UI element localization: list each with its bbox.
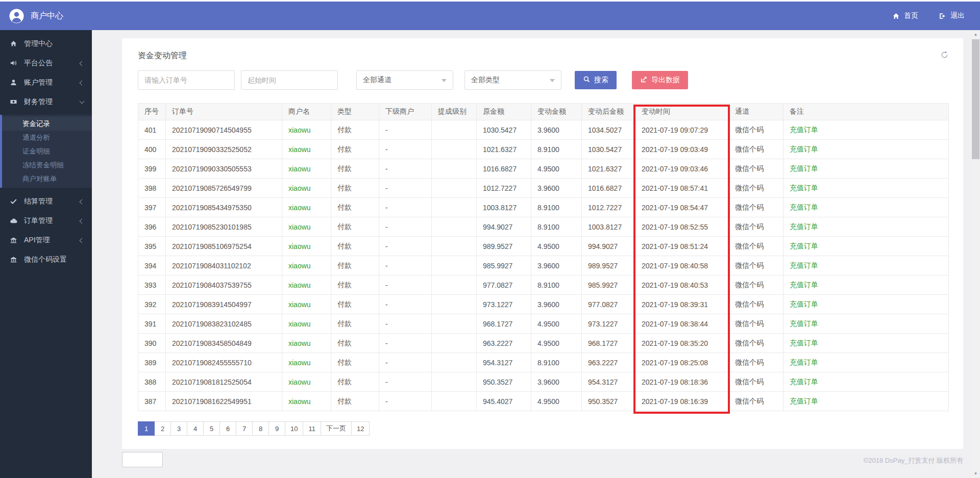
search-icon — [583, 76, 591, 85]
page-button-2[interactable]: 2 — [154, 421, 171, 436]
sidebar-subitem-channel-analysis[interactable]: 通道分析 — [2, 131, 92, 144]
cell-9: 2021-07-19 09:03:49 — [635, 140, 729, 159]
page-button-下一页[interactable]: 下一页 — [321, 421, 352, 436]
sidebar-item-api-management[interactable]: API管理 — [0, 231, 92, 250]
cell-8: 1003.8127 — [582, 217, 635, 237]
cell-1: 20210719083458504849 — [166, 334, 282, 353]
cell-5 — [432, 372, 477, 392]
search-button[interactable]: 搜索 — [575, 71, 617, 89]
page-button-6[interactable]: 6 — [219, 421, 236, 436]
sidebar-item-platform-announce[interactable]: 平台公告 — [0, 54, 92, 73]
cell-10: 微信个码 — [729, 295, 783, 314]
sidebar-submenu: 资金记录通道分析证金明细冻结资金明细商户对账单 — [0, 115, 92, 188]
cell-0: 396 — [138, 217, 166, 237]
table-row: 39820210719085726549799xiaowu付款-1012.722… — [138, 179, 949, 198]
cell-0: 390 — [138, 334, 166, 353]
cell-10: 微信个码 — [729, 353, 783, 372]
export-data-button[interactable]: 导出数据 — [632, 71, 688, 89]
below-card: ©2018 DsPay_打赏支付 版权所有 — [122, 452, 963, 467]
cell-4: - — [379, 198, 432, 217]
cell-1: 20210719085434975350 — [166, 198, 282, 217]
cell-2: xiaowu — [282, 314, 331, 334]
cell-0: 392 — [138, 295, 166, 314]
channel-select[interactable]: 全部通道 — [356, 70, 453, 90]
page-button-11[interactable]: 11 — [303, 421, 321, 436]
cell-10: 微信个码 — [729, 372, 783, 392]
cell-6: 950.3527 — [477, 372, 531, 392]
cell-0: 387 — [138, 392, 166, 411]
page-button-7[interactable]: 7 — [236, 421, 253, 436]
page-button-1[interactable]: 1 — [138, 421, 155, 436]
cell-6: 968.1727 — [477, 314, 531, 334]
topbar-link-home[interactable]: 首页 — [892, 11, 918, 20]
column-header-6: 原金额 — [477, 104, 531, 120]
sidebar-item-settlement-management[interactable]: 结算管理 — [0, 192, 92, 211]
sidebar-item-order-management[interactable]: 订单管理 — [0, 211, 92, 231]
cell-2: xiaowu — [282, 159, 331, 179]
check-icon — [10, 197, 18, 206]
cell-11: 充值订单 — [783, 256, 949, 275]
fund-records-table: 序号订单号商户名类型下级商户提成级别原金额变动金额变动后金额变动时间通道备注 4… — [138, 103, 949, 411]
sidebar-subitem-merchant-statement[interactable]: 商户对账单 — [2, 172, 92, 186]
table-row: 39220210719083914504997xiaowu付款-973.1227… — [138, 295, 949, 314]
cell-5 — [432, 159, 477, 179]
cell-8: 1034.5027 — [582, 120, 635, 140]
scrollbar-thumb[interactable] — [972, 39, 979, 159]
cell-5 — [432, 237, 477, 256]
page-button-10[interactable]: 10 — [285, 421, 303, 436]
cell-4: - — [379, 256, 432, 275]
speaker-icon — [10, 59, 18, 67]
type-select[interactable]: 全部类型 — [464, 70, 561, 90]
scrollbar-down-arrow[interactable]: ▼ — [971, 469, 980, 478]
cell-6: 989.9527 — [477, 237, 531, 256]
topbar-link-logout[interactable]: 退出 — [939, 11, 965, 20]
sidebar-subitem-frozen-fund-details[interactable]: 冻结资金明细 — [2, 158, 92, 172]
order-no-input[interactable] — [138, 70, 235, 90]
cell-9: 2021-07-19 08:52:55 — [635, 217, 729, 237]
page-button-5[interactable]: 5 — [203, 421, 220, 436]
chevron-left-icon — [80, 218, 85, 223]
cell-4: - — [379, 140, 432, 159]
sidebar-subitem-deposit-details[interactable]: 证金明细 — [2, 144, 92, 158]
cell-2: xiaowu — [282, 120, 331, 140]
sidebar-item-label: 平台公告 — [24, 59, 80, 68]
sidebar-item-admin-center[interactable]: 管理中心 — [0, 34, 92, 54]
sidebar-item-account-management[interactable]: 账户管理 — [0, 73, 92, 92]
start-time-input[interactable] — [241, 70, 338, 90]
scrollbar-up-arrow[interactable]: ▲ — [971, 30, 980, 39]
cell-8: 1021.6327 — [582, 159, 635, 179]
cell-1: 20210719081622549951 — [166, 392, 282, 411]
cell-11: 充值订单 — [783, 217, 949, 237]
cell-3: 付款 — [331, 353, 379, 372]
page-button-9[interactable]: 9 — [268, 421, 285, 436]
cell-7: 3.9600 — [531, 179, 582, 198]
page-button-3[interactable]: 3 — [170, 421, 187, 436]
user-avatar-icon[interactable] — [9, 9, 24, 23]
cell-3: 付款 — [331, 179, 379, 198]
cell-7: 4.9500 — [531, 334, 582, 353]
page-button-12[interactable]: 12 — [351, 421, 370, 436]
cell-4: - — [379, 275, 432, 295]
page-button-4[interactable]: 4 — [187, 421, 204, 436]
cell-3: 付款 — [331, 392, 379, 411]
sidebar-subitem-fund-records[interactable]: 资金记录 — [2, 117, 92, 131]
cell-4: - — [379, 159, 432, 179]
page-size-select[interactable] — [122, 452, 163, 467]
page-button-8[interactable]: 8 — [252, 421, 269, 436]
sidebar-item-wechat-code-settings[interactable]: 微信个码设置 — [0, 250, 92, 269]
refresh-button[interactable] — [940, 51, 949, 61]
cell-10: 微信个码 — [729, 256, 783, 275]
chevron-left-icon — [80, 199, 85, 204]
topbar: 商户中心 首页 退出 — [0, 2, 980, 30]
table-row: 39420210719084031102102xiaowu付款-985.9927… — [138, 256, 949, 275]
cell-7: 4.9500 — [531, 237, 582, 256]
sidebar-item-label: 财务管理 — [24, 97, 80, 107]
cell-5 — [432, 179, 477, 198]
cell-5 — [432, 275, 477, 295]
cell-3: 付款 — [331, 237, 379, 256]
cell-7: 3.9600 — [531, 256, 582, 275]
cell-1: 20210719082455555710 — [166, 353, 282, 372]
sidebar-item-finance-management[interactable]: 财务管理 — [0, 92, 92, 112]
cell-9: 2021-07-19 09:03:46 — [635, 159, 729, 179]
sidebar-item-label: 管理中心 — [24, 39, 84, 48]
